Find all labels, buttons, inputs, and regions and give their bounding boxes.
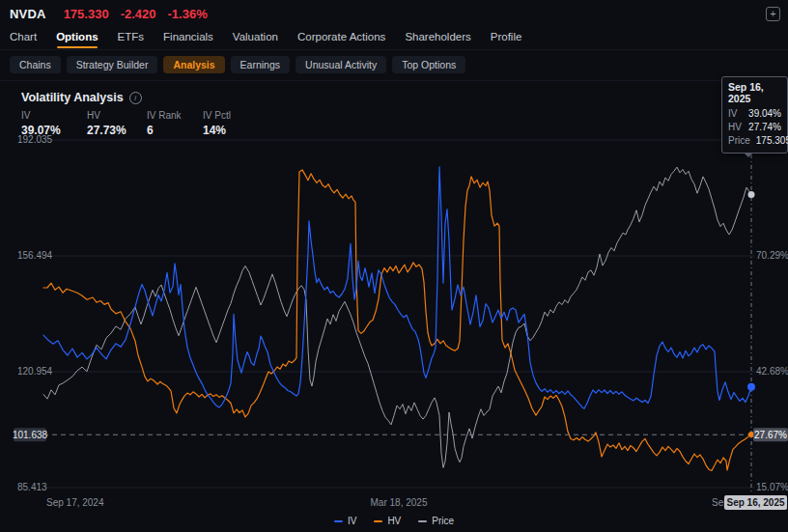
tab-chart[interactable]: Chart — [10, 28, 37, 48]
panel-header: Volatility Analysis — [0, 81, 788, 104]
ticker-symbol: NVDA — [10, 7, 46, 21]
tooltip-row-price: Price 175.305 — [728, 134, 781, 148]
axis-tick-label: 120.954 — [17, 366, 53, 377]
tooltip-label: HV — [728, 121, 742, 134]
axis-tick-label: 15.07% — [756, 482, 788, 492]
main-nav: Chart Options ETFs Financials Valuation … — [0, 27, 788, 50]
axis-tick-label: 101.638 — [13, 430, 48, 440]
hv-line-swatch-icon — [374, 520, 382, 522]
axis-tick-label: 27.67% — [754, 430, 787, 440]
series-line-price — [43, 167, 751, 467]
tab-corporate-actions[interactable]: Corporate Actions — [297, 28, 385, 48]
subtab-unusual-activity[interactable]: Unusual Activity — [296, 56, 386, 73]
ticker-change: -2.420 — [121, 7, 156, 21]
subtab-chains[interactable]: Chains — [10, 56, 61, 73]
volatility-chart[interactable]: 192.035156.494120.95485.41397.90%70.29%4… — [0, 130, 788, 532]
axis-tick-label: Sep 16, 2025 — [726, 497, 784, 508]
axis-tick-label: 156.494 — [17, 250, 53, 261]
subtab-analysis[interactable]: Analysis — [163, 56, 224, 73]
axis-tick-label: Mar 18, 2025 — [371, 497, 428, 508]
tab-options[interactable]: Options — [56, 28, 98, 48]
legend-item-iv[interactable]: IV — [334, 516, 356, 526]
tooltip-value: 27.74% — [748, 121, 781, 134]
stat-label: IV — [21, 110, 87, 121]
axis-tick-label: 70.29% — [756, 250, 788, 261]
series-line-iv — [43, 167, 751, 408]
subtab-top-options[interactable]: Top Options — [392, 56, 465, 73]
legend-item-price[interactable]: Price — [418, 516, 454, 526]
axis-tick-label: 85.413 — [17, 482, 47, 492]
tab-financials[interactable]: Financials — [163, 28, 213, 48]
subtab-strategy-builder[interactable]: Strategy Builder — [67, 56, 158, 73]
price-line-swatch-icon — [418, 520, 427, 522]
axis-tick-label: Sep 17, 2024 — [46, 497, 104, 508]
info-icon[interactable] — [129, 92, 142, 104]
page-title: Volatility Analysis — [21, 91, 124, 104]
tooltip-row-iv: IV 39.04% — [728, 107, 781, 121]
ticker-change-pct: -1.36% — [168, 7, 208, 21]
last-value-dot-iv — [747, 383, 755, 391]
ticker-bar: NVDA 175.330 -2.420 -1.36% + — [0, 0, 788, 27]
chart-legend: IV HV Price — [0, 516, 788, 526]
ticker-quote: 175.330 -2.420 -1.36% — [64, 7, 208, 21]
stat-label: IV Rank — [147, 110, 203, 121]
tooltip-row-hv: HV 27.74% — [728, 121, 781, 134]
stat-label: IV Pctl — [203, 110, 231, 121]
iv-line-swatch-icon — [334, 520, 343, 522]
stat-label: HV — [87, 110, 147, 121]
tab-etfs[interactable]: ETFs — [118, 28, 144, 48]
tooltip-value: 39.04% — [748, 107, 781, 121]
tab-shareholders[interactable]: Shareholders — [405, 28, 470, 48]
options-subtabs: Chains Strategy Builder Analysis Earning… — [0, 50, 788, 81]
chart-hover-tooltip: Sep 16, 2025 IV 39.04% HV 27.74% Price 1… — [721, 76, 788, 154]
subtab-earnings[interactable]: Earnings — [231, 56, 290, 73]
popout-window-icon[interactable]: + — [766, 7, 780, 21]
tooltip-label: IV — [728, 107, 737, 121]
tab-valuation[interactable]: Valuation — [233, 28, 278, 48]
axis-tick-label: 192.035 — [17, 134, 53, 145]
tooltip-date: Sep 16, 2025 — [728, 81, 781, 104]
tab-profile[interactable]: Profile — [491, 28, 522, 48]
axis-tick-label: 42.68% — [756, 366, 788, 377]
options-analysis-page: { "topbar": {"symbol":"NVDA","price":"17… — [0, 0, 788, 532]
legend-item-hv[interactable]: HV — [374, 516, 401, 526]
tooltip-value: 175.305 — [756, 134, 788, 148]
last-value-dot-price — [748, 191, 755, 198]
tooltip-label: Price — [728, 134, 750, 148]
series-line-hv — [43, 170, 751, 471]
ticker-price: 175.330 — [64, 7, 109, 21]
